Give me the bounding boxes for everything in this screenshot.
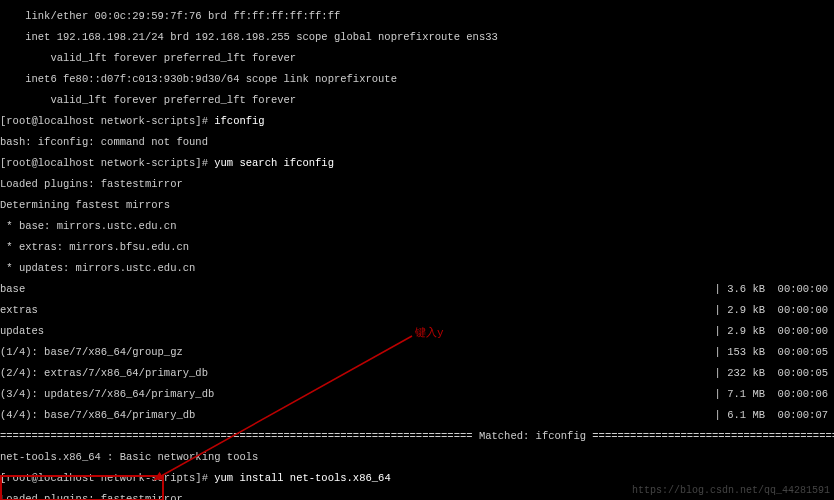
dl-name: (2/4): extras/7/x86_64/primary_db <box>0 367 208 379</box>
matched-result: net-tools.x86_64 : Basic networking tool… <box>0 452 834 463</box>
prompt-line-1: [root@localhost network-scripts]# ifconf… <box>0 116 834 127</box>
line-valid2: valid_lft forever preferred_lft forever <box>0 95 834 106</box>
prompt: [root@localhost network-scripts]# <box>0 472 214 484</box>
download-4: (4/4): base/7/x86_64/primary_db| 6.1 MB … <box>0 410 834 421</box>
repo-extras: extras| 2.9 kB 00:00:00 <box>0 305 834 316</box>
dl-size: | 7.1 MB 00:00:06 <box>715 389 828 400</box>
watermark: https://blog.csdn.net/qq_44281591 <box>632 486 830 496</box>
download-2: (2/4): extras/7/x86_64/primary_db| 232 k… <box>0 368 834 379</box>
line-linkether: link/ether 00:0c:29:59:7f:76 brd ff:ff:f… <box>0 11 834 22</box>
line-inet6: inet6 fe80::d07f:c013:930b:9d30/64 scope… <box>0 74 834 85</box>
prompt-line-2: [root@localhost network-scripts]# yum se… <box>0 158 834 169</box>
line-valid1: valid_lft forever preferred_lft forever <box>0 53 834 64</box>
mirror-extras: * extras: mirrors.bfsu.edu.cn <box>0 242 834 253</box>
annotation-type-y: 键入y <box>415 328 444 339</box>
dl-name: (3/4): updates/7/x86_64/primary_db <box>0 388 214 400</box>
download-3: (3/4): updates/7/x86_64/primary_db| 7.1 … <box>0 389 834 400</box>
repo-base: base| 3.6 kB 00:00:00 <box>0 284 834 295</box>
repo-name: updates <box>0 325 44 337</box>
mirror-base: * base: mirrors.ustc.edu.cn <box>0 221 834 232</box>
cmd-yum-install: yum install net-tools.x86_64 <box>214 472 390 484</box>
prompt: [root@localhost network-scripts]# <box>0 115 214 127</box>
dl-name: (4/4): base/7/x86_64/primary_db <box>0 409 195 421</box>
loaded-plugins: Loaded plugins: fastestmirror <box>0 179 834 190</box>
repo-size: | 3.6 kB 00:00:00 <box>715 284 828 295</box>
mirror-updates: * updates: mirrors.ustc.edu.cn <box>0 263 834 274</box>
repo-size: | 2.9 kB 00:00:00 <box>715 305 828 316</box>
dl-size: | 153 kB 00:00:05 <box>715 347 828 358</box>
dl-size: | 232 kB 00:00:05 <box>715 368 828 379</box>
bash-error: bash: ifconfig: command not found <box>0 137 834 148</box>
cmd-ifconfig: ifconfig <box>214 115 264 127</box>
prompt: [root@localhost network-scripts]# <box>0 157 214 169</box>
repo-name: base <box>0 283 25 295</box>
line-inet4: inet 192.168.198.21/24 brd 192.168.198.2… <box>0 32 834 43</box>
repo-name: extras <box>0 304 38 316</box>
cmd-yum-search: yum search ifconfig <box>214 157 334 169</box>
dl-size: | 6.1 MB 00:00:07 <box>715 410 828 421</box>
repo-size: | 2.9 kB 00:00:00 <box>715 326 828 337</box>
determining-mirrors: Determining fastest mirrors <box>0 200 834 211</box>
prompt-line-3: [root@localhost network-scripts]# yum in… <box>0 473 834 484</box>
download-1: (1/4): base/7/x86_64/group_gz| 153 kB 00… <box>0 347 834 358</box>
dl-name: (1/4): base/7/x86_64/group_gz <box>0 346 183 358</box>
matched-divider: ========================================… <box>0 431 834 442</box>
terminal-output[interactable]: link/ether 00:0c:29:59:7f:76 brd ff:ff:f… <box>0 0 834 500</box>
